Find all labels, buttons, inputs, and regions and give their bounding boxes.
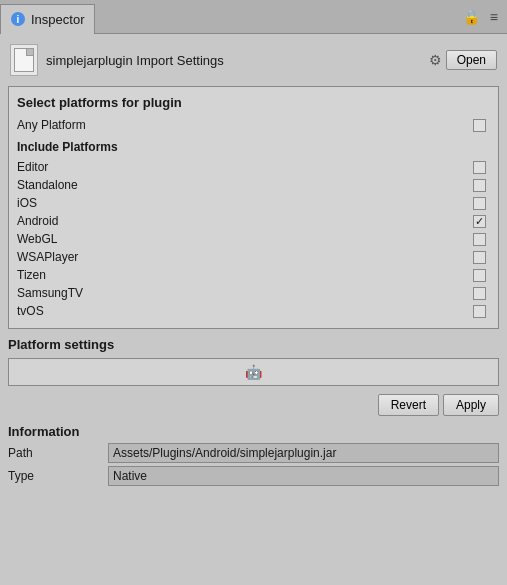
any-platform-checkbox[interactable] xyxy=(473,119,486,132)
file-name: simplejarplugin Import Settings xyxy=(46,53,224,68)
file-info: simplejarplugin Import Settings xyxy=(10,44,224,76)
include-platforms-title: Include Platforms xyxy=(17,140,490,154)
platform-label: Editor xyxy=(17,160,48,174)
revert-button[interactable]: Revert xyxy=(378,394,439,416)
platform-checkbox-wsaplayer[interactable] xyxy=(473,251,486,264)
platform-checkbox-webgl[interactable] xyxy=(473,233,486,246)
any-platform-label: Any Platform xyxy=(17,118,86,132)
platform-label: Tizen xyxy=(17,268,46,282)
info-row: PathAssets/Plugins/Android/simplejarplug… xyxy=(8,443,499,463)
platform-row: Editor xyxy=(17,158,490,176)
inspector-info-icon: i xyxy=(11,12,25,26)
platforms-section: Select platforms for plugin Any Platform… xyxy=(8,86,499,329)
apply-button[interactable]: Apply xyxy=(443,394,499,416)
platform-label: tvOS xyxy=(17,304,44,318)
platform-row: WebGL xyxy=(17,230,490,248)
platform-list: EditorStandaloneiOSAndroid✓WebGLWSAPlaye… xyxy=(17,158,490,320)
platform-label: iOS xyxy=(17,196,37,210)
platform-label: WebGL xyxy=(17,232,57,246)
platform-checkbox-standalone[interactable] xyxy=(473,179,486,192)
platform-checkbox-android[interactable]: ✓ xyxy=(473,215,486,228)
inspector-tab-label: Inspector xyxy=(31,12,84,27)
platform-settings-bar: 🤖 xyxy=(8,358,499,386)
platform-row: Standalone xyxy=(17,176,490,194)
title-bar-actions: 🔒 ≡ xyxy=(460,7,507,27)
file-header-right: ⚙ Open xyxy=(429,50,497,70)
platform-settings-title: Platform settings xyxy=(8,337,499,352)
platforms-section-title: Select platforms for plugin xyxy=(17,95,490,110)
platform-checkbox-tvos[interactable] xyxy=(473,305,486,318)
info-key: Type xyxy=(8,469,108,483)
info-row: TypeNative xyxy=(8,466,499,486)
info-value: Assets/Plugins/Android/simplejarplugin.j… xyxy=(108,443,499,463)
inspector-tab[interactable]: i Inspector xyxy=(0,4,95,34)
any-platform-row: Any Platform xyxy=(17,116,490,134)
platform-row: SamsungTV xyxy=(17,284,490,302)
platform-checkbox-ios[interactable] xyxy=(473,197,486,210)
open-button[interactable]: Open xyxy=(446,50,497,70)
platform-label: Android xyxy=(17,214,58,228)
platform-label: WSAPlayer xyxy=(17,250,78,264)
information-title: Information xyxy=(8,424,499,439)
platform-row: Android✓ xyxy=(17,212,490,230)
action-buttons: Revert Apply xyxy=(8,394,499,416)
checkmark-icon: ✓ xyxy=(475,216,484,227)
info-rows: PathAssets/Plugins/Android/simplejarplug… xyxy=(8,443,499,486)
information-section: Information PathAssets/Plugins/Android/s… xyxy=(8,424,499,486)
menu-icon-button[interactable]: ≡ xyxy=(487,7,501,27)
platform-checkbox-editor[interactable] xyxy=(473,161,486,174)
gear-icon-button[interactable]: ⚙ xyxy=(429,52,442,68)
android-icon: 🤖 xyxy=(245,364,262,380)
platform-row: tvOS xyxy=(17,302,490,320)
title-bar: i Inspector 🔒 ≡ xyxy=(0,0,507,34)
platform-label: Standalone xyxy=(17,178,78,192)
platform-row: Tizen xyxy=(17,266,490,284)
platform-label: SamsungTV xyxy=(17,286,83,300)
lock-icon-button[interactable]: 🔒 xyxy=(460,7,483,27)
platform-checkbox-samsungtv[interactable] xyxy=(473,287,486,300)
file-header: simplejarplugin Import Settings ⚙ Open xyxy=(8,40,499,80)
platform-row: WSAPlayer xyxy=(17,248,490,266)
info-key: Path xyxy=(8,446,108,460)
main-content: simplejarplugin Import Settings ⚙ Open S… xyxy=(0,34,507,496)
platform-row: iOS xyxy=(17,194,490,212)
platform-checkbox-tizen[interactable] xyxy=(473,269,486,282)
platform-settings-section: Platform settings 🤖 xyxy=(8,337,499,386)
file-icon-inner xyxy=(14,48,34,72)
file-icon xyxy=(10,44,38,76)
info-value: Native xyxy=(108,466,499,486)
